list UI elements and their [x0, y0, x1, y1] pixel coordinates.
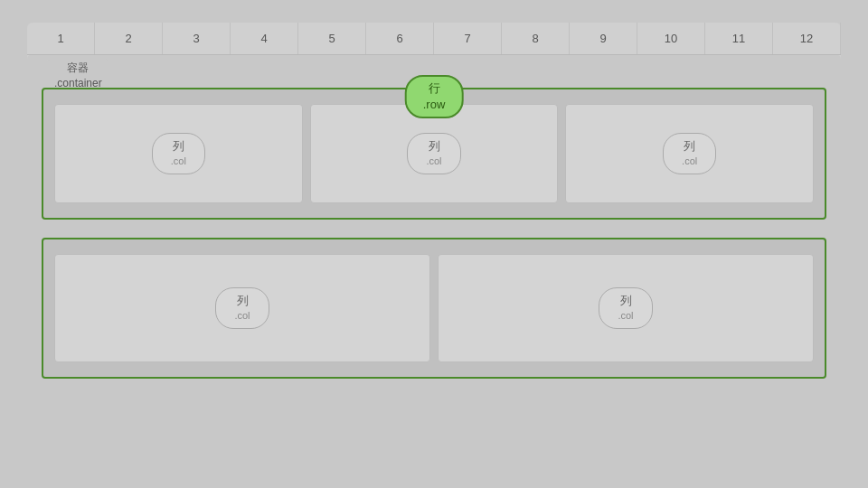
col-label-line1: 列	[171, 138, 186, 155]
container-area: 容器 .container 行 .row 列 .col 列 .col	[27, 55, 841, 465]
row-badge-line2: .row	[423, 97, 446, 113]
col-label-line2: .col	[682, 155, 697, 168]
col-item-2-1: 列 .col	[54, 254, 430, 362]
col-badge-1-3: 列 .col	[663, 133, 716, 174]
ruler-col-7: 7	[434, 23, 502, 54]
ruler-col-5: 5	[298, 23, 366, 54]
ruler-col-9: 9	[570, 23, 637, 54]
col-label-line2: .col	[426, 155, 441, 168]
col-label-line1: 列	[426, 138, 441, 155]
ruler-col-11: 11	[705, 23, 773, 54]
row-badge-line1: 行	[423, 80, 446, 97]
ruler-col-8: 8	[502, 23, 570, 54]
col-badge-2-1: 列 .col	[215, 287, 269, 329]
column-ruler: 1 2 3 4 5 6 7 8 9 10 11 12	[27, 23, 841, 55]
row-badge: 行 .row	[405, 75, 464, 118]
ruler-col-12: 12	[773, 23, 841, 54]
ruler-col-10: 10	[637, 23, 705, 54]
container-label-line1: 容器	[54, 61, 102, 76]
col-item-1-1: 列 .col	[54, 104, 303, 203]
col-label-line1: 列	[234, 293, 250, 309]
ruler-col-1: 1	[27, 23, 95, 54]
ruler-col-4: 4	[231, 23, 298, 54]
ruler-col-6: 6	[366, 23, 434, 54]
col-item-2-2: 列 .col	[438, 254, 814, 362]
col-badge-1-2: 列 .col	[407, 133, 460, 174]
col-label-line2: .col	[618, 309, 633, 323]
diagram-wrapper: 1 2 3 4 5 6 7 8 9 10 11 12 容器 .container…	[27, 23, 841, 465]
row-2: 列 .col 列 .col	[42, 238, 826, 379]
ruler-col-2: 2	[95, 23, 163, 54]
col-label-line2: .col	[234, 309, 250, 323]
col-label-line1: 列	[682, 138, 697, 155]
col-item-1-3: 列 .col	[565, 104, 814, 203]
col-badge-2-2: 列 .col	[599, 287, 652, 329]
col-item-1-2: 列 .col	[310, 104, 559, 203]
ruler-col-3: 3	[163, 23, 231, 54]
col-label-line2: .col	[171, 155, 186, 168]
col-label-line1: 列	[618, 293, 633, 309]
row-1: 行 .row 列 .col 列 .col 列 .col	[42, 88, 826, 220]
col-badge-1-1: 列 .col	[152, 133, 205, 174]
